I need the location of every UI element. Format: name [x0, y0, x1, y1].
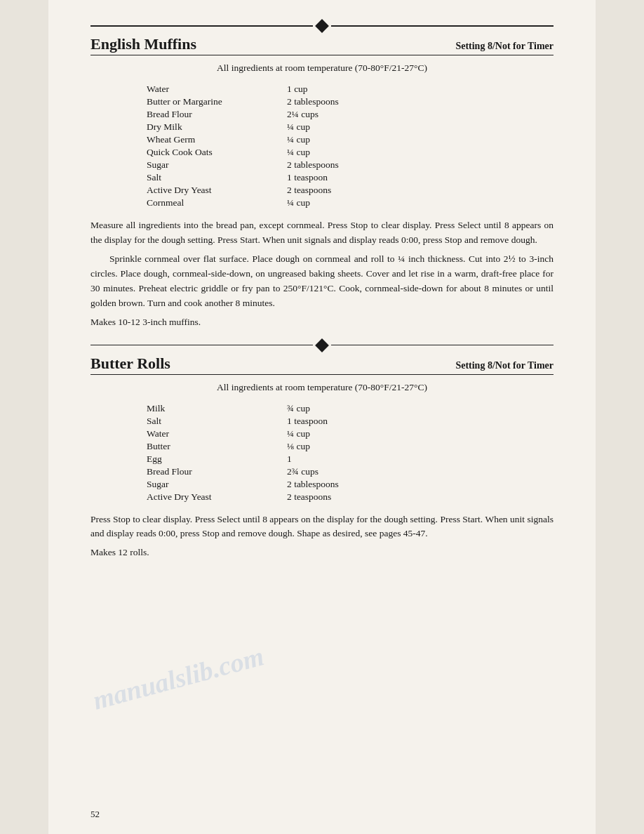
recipe2-header: Butter Rolls Setting 8/Not for Timer [90, 355, 554, 373]
ing-name-5: Wheat Germ [147, 134, 287, 145]
recipe1-subtitle: All ingredients at room temperature (70-… [90, 62, 554, 74]
ing-row-5: Wheat Germ ¼ cup [147, 134, 554, 145]
ing-amount-6: ¼ cup [287, 147, 413, 158]
diamond-icon [315, 19, 329, 33]
ing-amount-2: 2 tablespoons [287, 96, 413, 107]
r2-ing-row-5: Egg 1 [147, 454, 554, 465]
recipe1-para2: Sprinkle cornmeal over flat surface. Pla… [90, 252, 554, 311]
ing-name-2: Butter or Margarine [147, 96, 287, 107]
r2-ing-amount-5: 1 [287, 454, 413, 465]
ing-name-8: Salt [147, 172, 287, 183]
recipe1-makes: Makes 10-12 3-inch muffins. [90, 317, 554, 328]
recipe1-para1: Measure all ingredients into the bread p… [90, 218, 554, 248]
ing-row-4: Dry Milk ¼ cup [147, 121, 554, 133]
ing-amount-8: 1 teaspoon [287, 172, 413, 183]
recipe2-para1: Press Stop to clear display. Press Selec… [90, 512, 554, 542]
recipe2-title: Butter Rolls [90, 355, 170, 373]
r2-ing-row-6: Bread Flour 2¾ cups [147, 466, 554, 477]
r2-ing-row-3: Water ¼ cup [147, 428, 554, 439]
recipe2-makes: Makes 12 rolls. [90, 547, 554, 558]
r2-ing-amount-6: 2¾ cups [287, 466, 413, 477]
r2-ing-row-2: Salt 1 teaspoon [147, 416, 554, 427]
ing-name-4: Dry Milk [147, 121, 287, 133]
watermark: manualslib.com [90, 640, 267, 715]
recipe2-header-underline [90, 374, 554, 375]
page: English Muffins Setting 8/Not for Timer … [48, 0, 596, 834]
ing-amount-3: 2¼ cups [287, 109, 413, 120]
r2-ing-amount-1: ¾ cup [287, 403, 413, 414]
middle-diamond-divider [90, 340, 554, 350]
r2-ing-name-3: Water [147, 428, 287, 439]
r2-ing-name-5: Egg [147, 454, 287, 465]
ing-row-10: Cornmeal ¼ cup [147, 197, 554, 208]
r2-ing-amount-4: ⅛ cup [287, 441, 413, 452]
r2-ing-row-1: Milk ¾ cup [147, 403, 554, 414]
recipe2-setting: Setting 8/Not for Timer [455, 360, 554, 371]
recipe1-instructions: Measure all ingredients into the bread p… [90, 218, 554, 311]
recipe2-instructions: Press Stop to clear display. Press Selec… [90, 512, 554, 542]
ing-name-7: Sugar [147, 159, 287, 171]
ing-row-6: Quick Cook Oats ¼ cup [147, 147, 554, 158]
ing-name-6: Quick Cook Oats [147, 147, 287, 158]
page-number: 52 [90, 809, 100, 820]
ing-name-3: Bread Flour [147, 109, 287, 120]
ing-amount-9: 2 teaspoons [287, 185, 413, 196]
r2-ing-amount-7: 2 tablespoons [287, 479, 413, 490]
top-diamond-divider [90, 21, 554, 31]
r2-ing-row-4: Butter ⅛ cup [147, 441, 554, 452]
recipe1-header-underline [90, 55, 554, 55]
r2-ing-name-8: Active Dry Yeast [147, 491, 287, 503]
recipe1-header: English Muffins Setting 8/Not for Timer [90, 35, 554, 53]
recipe2-subtitle: All ingredients at room temperature (70-… [90, 382, 554, 393]
ing-amount-1: 1 cup [287, 84, 413, 95]
ing-row-3: Bread Flour 2¼ cups [147, 109, 554, 120]
ing-amount-7: 2 tablespoons [287, 159, 413, 171]
r2-ing-name-1: Milk [147, 403, 287, 414]
r2-ing-amount-2: 1 teaspoon [287, 416, 413, 427]
ing-name-1: Water [147, 84, 287, 95]
r2-ing-amount-3: ¼ cup [287, 428, 413, 439]
recipe1-title: English Muffins [90, 35, 196, 53]
diamond-icon-2 [315, 338, 329, 352]
r2-ing-name-6: Bread Flour [147, 466, 287, 477]
r2-ing-row-8: Active Dry Yeast 2 teaspoons [147, 491, 554, 503]
ing-row-8: Salt 1 teaspoon [147, 172, 554, 183]
ing-amount-5: ¼ cup [287, 134, 413, 145]
r2-ing-amount-8: 2 teaspoons [287, 491, 413, 503]
ing-row-1: Water 1 cup [147, 84, 554, 95]
ing-name-10: Cornmeal [147, 197, 287, 208]
recipe1-ingredients: Water 1 cup Butter or Margarine 2 tables… [90, 84, 554, 208]
ing-row-7: Sugar 2 tablespoons [147, 159, 554, 171]
ing-amount-4: ¼ cup [287, 121, 413, 133]
r2-ing-name-7: Sugar [147, 479, 287, 490]
ing-row-9: Active Dry Yeast 2 teaspoons [147, 185, 554, 196]
r2-ing-name-4: Butter [147, 441, 287, 452]
ing-row-2: Butter or Margarine 2 tablespoons [147, 96, 554, 107]
recipe2-ingredients: Milk ¾ cup Salt 1 teaspoon Water ¼ cup B… [90, 403, 554, 503]
r2-ing-row-7: Sugar 2 tablespoons [147, 479, 554, 490]
ing-name-9: Active Dry Yeast [147, 185, 287, 196]
ing-amount-10: ¼ cup [287, 197, 413, 208]
r2-ing-name-2: Salt [147, 416, 287, 427]
recipe1-setting: Setting 8/Not for Timer [455, 41, 554, 52]
